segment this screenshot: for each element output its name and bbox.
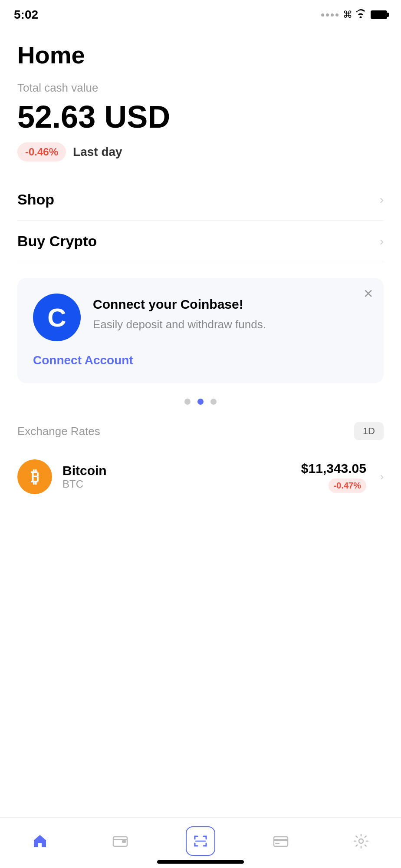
svg-rect-4 (274, 839, 288, 841)
wifi-icon: ⌘ (343, 9, 366, 20)
bitcoin-row[interactable]: ₿ Bitcoin BTC $11,343.05 -0.47% › (17, 451, 384, 503)
svg-rect-1 (122, 840, 126, 843)
nav-item-wallet[interactable] (80, 832, 161, 850)
nav-item-home[interactable] (0, 832, 80, 850)
signal-icon (321, 13, 339, 17)
dot-3 (210, 399, 217, 405)
bitcoin-change-badge: -0.47% (329, 479, 366, 493)
btc-symbol: ₿ (31, 468, 39, 486)
dot-1 (184, 399, 191, 405)
wallet-icon (112, 832, 129, 850)
buy-crypto-chevron-icon: › (380, 234, 384, 248)
nav-item-card[interactable] (240, 832, 321, 850)
coinbase-card: ✕ C Connect your Coinbase! Easily deposi… (17, 278, 384, 383)
coinbase-card-title: Connect your Coinbase! (93, 297, 368, 312)
status-icons: ⌘ (321, 9, 387, 20)
scan-button[interactable] (186, 826, 215, 856)
main-content: Home Total cash value 52.63 USD -0.46% L… (0, 23, 401, 572)
portfolio-section: Total cash value 52.63 USD -0.46% Last d… (17, 81, 384, 162)
shop-chevron-icon: › (380, 193, 384, 207)
coinbase-logo-letter: C (47, 303, 66, 333)
change-row: -0.46% Last day (17, 142, 384, 162)
nav-item-scan[interactable] (161, 826, 241, 856)
home-indicator (157, 860, 244, 864)
status-time: 5:02 (14, 8, 38, 22)
total-cash-value: 52.63 USD (17, 99, 384, 135)
close-icon[interactable]: ✕ (363, 287, 373, 301)
svg-point-6 (359, 839, 363, 843)
total-cash-label: Total cash value (17, 81, 384, 95)
page-title: Home (17, 41, 384, 69)
bitcoin-ticker: BTC (62, 478, 291, 490)
shop-menu-item[interactable]: Shop › (17, 179, 384, 221)
change-badge: -0.46% (17, 142, 66, 162)
home-icon (31, 832, 49, 850)
card-text-block: Connect your Coinbase! Easily deposit an… (93, 294, 368, 333)
period-badge: 1D (354, 422, 384, 440)
battery-icon (371, 10, 387, 19)
coinbase-card-description: Easily deposit and withdraw funds. (93, 316, 368, 333)
bitcoin-chevron-icon: › (380, 471, 384, 483)
nav-item-settings[interactable] (321, 832, 401, 850)
bitcoin-info: Bitcoin BTC (62, 463, 291, 490)
svg-rect-3 (274, 837, 288, 846)
buy-crypto-label: Buy Crypto (17, 233, 97, 250)
change-period: Last day (73, 145, 122, 159)
shop-label: Shop (17, 191, 54, 208)
exchange-rates-section: Exchange Rates 1D ₿ Bitcoin BTC $11,343.… (17, 422, 384, 503)
card-content: C Connect your Coinbase! Easily deposit … (33, 294, 368, 341)
status-bar: 5:02 ⌘ (0, 0, 401, 23)
buy-crypto-menu-item[interactable]: Buy Crypto › (17, 221, 384, 262)
svg-rect-5 (275, 843, 279, 844)
card-icon (272, 832, 289, 850)
bitcoin-icon: ₿ (17, 459, 52, 494)
settings-icon (352, 832, 370, 850)
coinbase-logo: C (33, 294, 81, 341)
bitcoin-price-block: $11,343.05 -0.47% (301, 461, 366, 493)
connect-account-button[interactable]: Connect Account (33, 353, 368, 367)
exchange-rates-header: Exchange Rates 1D (17, 422, 384, 440)
exchange-rates-label: Exchange Rates (17, 425, 100, 438)
bitcoin-price: $11,343.05 (301, 461, 366, 476)
dot-2 (197, 399, 204, 405)
scan-icon (192, 833, 209, 849)
bitcoin-name: Bitcoin (62, 463, 291, 478)
dots-indicator (17, 399, 384, 405)
